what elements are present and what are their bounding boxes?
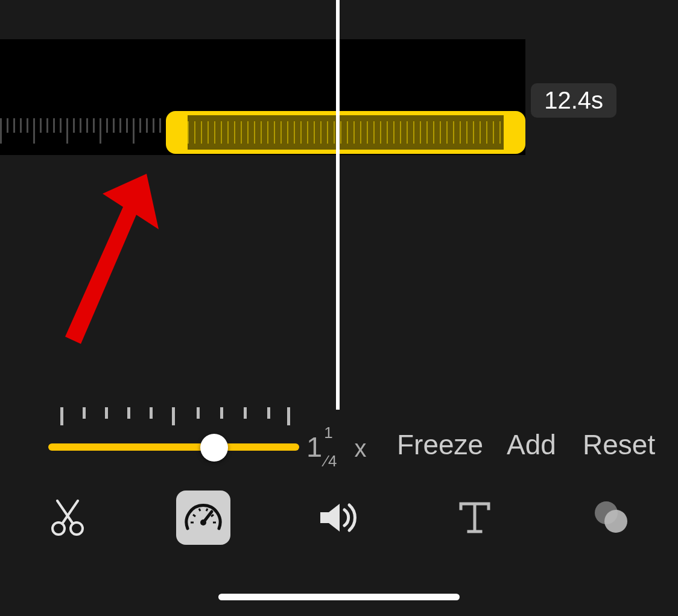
speedometer-icon (184, 498, 223, 537)
add-button[interactable]: Add (507, 428, 556, 461)
volume-tool-button[interactable] (312, 491, 366, 545)
text-tool-button[interactable] (448, 491, 502, 545)
svg-marker-0 (65, 174, 159, 344)
svg-line-8 (193, 515, 195, 516)
timeline-area[interactable]: 12.4s (0, 0, 678, 410)
filter-tool-button[interactable] (583, 491, 638, 545)
scissors-icon (51, 500, 84, 536)
svg-line-11 (211, 515, 214, 516)
timeline-ruler (0, 118, 166, 147)
svg-line-6 (203, 512, 212, 522)
filter-icon (591, 500, 630, 536)
svg-line-9 (199, 509, 200, 511)
cut-tool-button[interactable] (40, 491, 95, 545)
svg-point-15 (604, 510, 627, 533)
speed-range-inner (186, 114, 505, 151)
reset-button[interactable]: Reset (583, 428, 655, 461)
annotation-arrow-icon (65, 169, 162, 344)
freeze-button[interactable]: Freeze (397, 428, 483, 461)
speed-ruler (60, 407, 287, 428)
volume-icon (319, 501, 359, 534)
speed-slider-thumb[interactable] (200, 434, 228, 462)
speed-slider-track (48, 443, 299, 451)
speed-value-label: 11⁄4 x (306, 430, 367, 467)
speed-tool-button[interactable] (176, 491, 230, 545)
speed-range-selection[interactable] (166, 111, 525, 154)
clip-duration-badge: 12.4s (531, 83, 616, 118)
speed-slider[interactable] (48, 443, 299, 451)
svg-marker-13 (320, 504, 340, 532)
editor-toolbar (0, 487, 678, 548)
playhead[interactable] (336, 0, 340, 410)
home-indicator[interactable] (218, 594, 460, 600)
svg-line-10 (206, 509, 208, 511)
text-icon (458, 501, 491, 534)
